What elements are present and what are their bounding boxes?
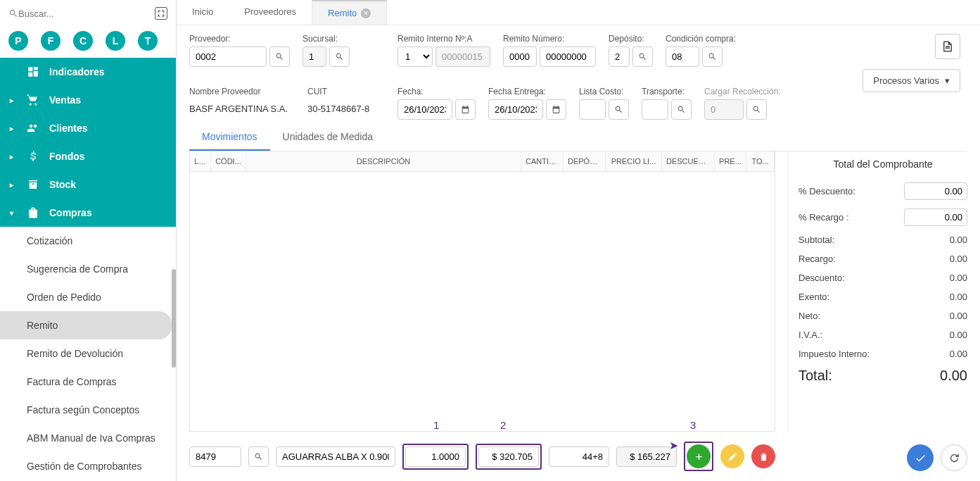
avatar[interactable]: P xyxy=(8,31,28,51)
sidebar-item-gestion[interactable]: Gestión de Comprobantes xyxy=(0,452,176,480)
col-desc[interactable]: DESCRIPCIÓN xyxy=(246,151,521,171)
fecha-ent-input[interactable] xyxy=(488,99,543,120)
chevron-right-icon: ▸ xyxy=(10,125,17,132)
tab-remito[interactable]: Remito ✕ xyxy=(312,0,387,25)
search-icon[interactable] xyxy=(269,46,290,67)
close-icon[interactable]: ✕ xyxy=(361,8,371,18)
col-codi[interactable]: CÓDI... xyxy=(211,151,246,171)
sidebar-item-cotizacion[interactable]: Cotización xyxy=(0,227,176,255)
movements-grid: LI... CÓDI... DESCRIPCIÓN CANTID... DEPÓ… xyxy=(189,151,775,432)
sidebar-item-remito-dev[interactable]: Remito de Devolución xyxy=(0,339,176,368)
remito-int-select[interactable]: 1 xyxy=(397,46,433,67)
cuit-value: 30-51748667-8 xyxy=(307,102,385,114)
tab-proveedores[interactable]: Proveedores xyxy=(229,0,312,25)
nav-stock[interactable]: ▸ Stock xyxy=(0,170,176,199)
scrollbar-thumb[interactable] xyxy=(172,269,176,368)
chevron-down-icon: ▾ xyxy=(945,75,950,86)
search-icon[interactable] xyxy=(329,46,350,67)
nav-ventas[interactable]: ▸ Ventas xyxy=(0,86,176,114)
tab-inicio[interactable]: Inicio xyxy=(177,0,229,25)
search-wrap xyxy=(8,8,149,19)
sucursal-input[interactable] xyxy=(303,46,326,67)
delete-button[interactable] xyxy=(751,444,775,468)
totals-title: Total del Comprobante xyxy=(798,158,967,170)
cuit-label: CUIT xyxy=(307,87,385,96)
nav-clientes[interactable]: ▸ Clientes xyxy=(0,114,176,142)
row-val: 0.00 xyxy=(950,330,967,340)
entry-disc-input[interactable] xyxy=(549,446,609,467)
deposito-label: Depósito: xyxy=(609,34,653,44)
search-icon[interactable] xyxy=(702,46,723,67)
col-cant[interactable]: CANTID... xyxy=(521,151,564,171)
subtab-movimientos[interactable]: Movimientos xyxy=(189,124,270,151)
row-label: Impuesto Interno: xyxy=(798,349,870,359)
sidebar-item-abm-iva[interactable]: ABM Manual de Iva Compras xyxy=(0,424,176,452)
descuento-input[interactable] xyxy=(904,182,967,200)
remito-int-label: Remito Interno Nº:A xyxy=(397,34,490,44)
calendar-icon[interactable] xyxy=(455,99,476,120)
transporte-input[interactable] xyxy=(642,99,668,120)
remito-num-a[interactable] xyxy=(503,46,537,67)
entry-price-input[interactable] xyxy=(478,446,539,467)
remito-int-num xyxy=(435,46,490,67)
descuento-label: % Descuento: xyxy=(798,186,855,196)
search-icon[interactable] xyxy=(671,99,692,120)
row-val: 0.00 xyxy=(950,254,967,264)
search-input[interactable] xyxy=(18,8,117,19)
deposito-input[interactable] xyxy=(609,46,630,67)
row-label: Descuento: xyxy=(798,273,845,283)
col-pre[interactable]: PRE... xyxy=(715,151,746,171)
procesos-button[interactable]: Procesos Varios ▾ xyxy=(863,69,960,92)
col-precio[interactable]: PRECIO LI... xyxy=(606,151,662,171)
avatar[interactable]: C xyxy=(73,31,93,51)
fecha-ent-label: Fecha Entrega: xyxy=(488,87,566,96)
nav-indicadores[interactable]: Indicadores xyxy=(0,58,176,86)
cart-icon xyxy=(27,94,39,106)
col-dep[interactable]: DEPÓSI... xyxy=(564,151,606,171)
nav-label: Stock xyxy=(49,179,76,190)
sidebar-item-sugerencia[interactable]: Sugerencia de Compra xyxy=(0,255,176,283)
fecha-input[interactable] xyxy=(397,99,452,120)
avatar[interactable]: L xyxy=(106,31,125,51)
search-icon[interactable] xyxy=(746,99,767,120)
entry-code-input[interactable] xyxy=(189,446,241,467)
col-desc2[interactable]: DESCUEN... xyxy=(662,151,715,171)
lista-input[interactable] xyxy=(579,99,606,120)
entry-desc-input[interactable] xyxy=(276,446,395,467)
remito-num-b[interactable] xyxy=(540,46,596,67)
reload-button[interactable] xyxy=(941,444,967,471)
nav-label: Ventas xyxy=(49,94,81,106)
search-icon[interactable] xyxy=(609,99,629,120)
lista-label: Lista Costo: xyxy=(579,87,629,96)
nav-fondos[interactable]: ▸ Fondos xyxy=(0,142,176,170)
nav-compras[interactable]: ▾ Compras xyxy=(0,199,176,227)
recargo-input[interactable] xyxy=(904,208,967,226)
entry-qty-input[interactable] xyxy=(405,446,466,467)
sidebar-item-factura-conceptos[interactable]: Factura según Conceptos xyxy=(0,396,176,424)
sidebar-item-orden[interactable]: Orden de Pedido xyxy=(0,283,176,311)
calendar-icon[interactable] xyxy=(546,99,566,120)
document-button[interactable] xyxy=(935,34,960,59)
col-li[interactable]: LI... xyxy=(190,151,211,171)
proveedor-input[interactable] xyxy=(189,46,267,67)
fullscreen-icon[interactable] xyxy=(155,7,167,20)
recol-label: Cargar Recolección: xyxy=(704,87,781,96)
row-label: Recargo: xyxy=(798,254,836,264)
search-icon[interactable] xyxy=(632,46,653,67)
sidebar-item-factura-compras[interactable]: Factura de Compras xyxy=(0,368,176,396)
confirm-button[interactable] xyxy=(907,444,934,471)
sidebar-item-remito[interactable]: Remito xyxy=(0,311,172,339)
add-button[interactable] xyxy=(687,444,711,468)
col-to[interactable]: TO... xyxy=(746,151,775,171)
avatar[interactable]: T xyxy=(138,31,158,51)
cond-input[interactable] xyxy=(666,46,699,67)
search-icon[interactable] xyxy=(248,446,269,467)
edit-button[interactable] xyxy=(720,444,744,468)
row-val: 0.00 xyxy=(950,235,967,245)
chevron-down-icon: ▾ xyxy=(10,209,17,217)
subtab-unidades[interactable]: Unidades de Medida xyxy=(270,124,386,151)
avatar[interactable]: F xyxy=(41,31,61,51)
chevron-right-icon: ▸ xyxy=(10,153,17,161)
total-val: 0.00 xyxy=(940,368,967,384)
row-label: Neto: xyxy=(798,311,820,321)
